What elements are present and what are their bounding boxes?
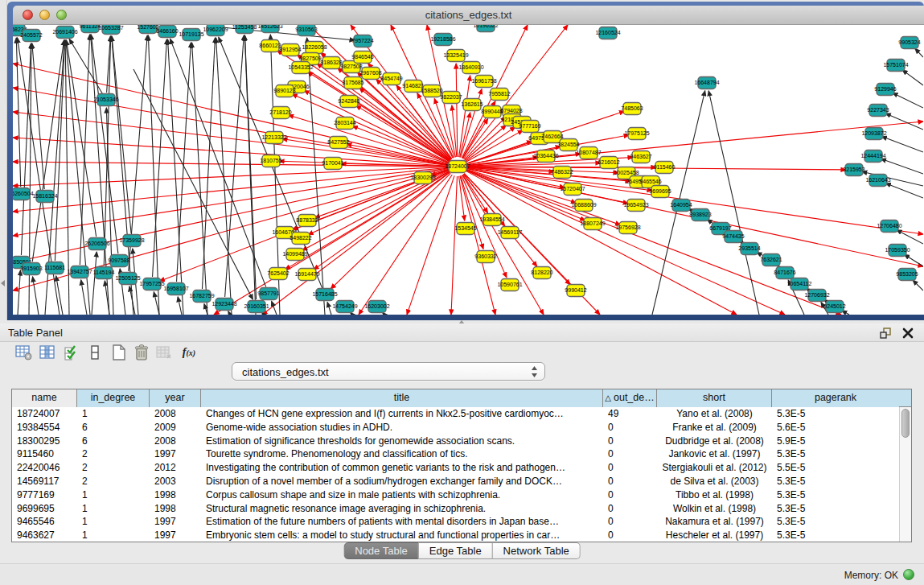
table-cell[interactable]: 0 [603, 421, 657, 435]
network-node[interactable]: 18807249 [580, 218, 605, 230]
column-header-title[interactable]: title [201, 389, 603, 407]
network-edge[interactable] [327, 303, 331, 315]
network-node[interactable]: 8471676 [774, 267, 795, 279]
column-header-in_degree[interactable]: in_degree [77, 389, 150, 407]
network-edge[interactable] [915, 48, 923, 57]
table-cell[interactable]: 1 [77, 407, 150, 421]
network-node[interactable]: 12093872 [861, 128, 886, 140]
network-node[interactable]: 8427552 [327, 137, 349, 149]
network-node[interactable]: 18300295 [410, 172, 435, 184]
network-node[interactable]: 12444194 [860, 150, 885, 163]
table-cell[interactable]: 5.5E-5 [772, 461, 899, 475]
column-header-year[interactable]: year [150, 389, 201, 407]
table-cell[interactable]: Stergiakouli et al. (2012) [657, 461, 772, 475]
network-node[interactable]: 8466160 [156, 26, 178, 38]
network-node[interactable]: 9890123 [273, 85, 295, 97]
network-edge[interactable] [13, 167, 448, 212]
network-edge[interactable] [460, 113, 470, 158]
table-cell[interactable]: de Silva et al. (2003) [657, 475, 772, 488]
table-cell[interactable]: 0 [603, 461, 657, 475]
table-cell[interactable]: 1 [77, 515, 150, 529]
network-node[interactable]: 1640954 [670, 200, 692, 212]
table-cell[interactable]: 6 [77, 421, 150, 435]
network-edge[interactable] [466, 171, 737, 315]
table-cell[interactable]: 0 [603, 447, 657, 461]
network-node[interactable]: 17957255 [139, 278, 164, 290]
network-node[interactable]: 14569117 [498, 227, 523, 239]
network-node[interactable]: 9242848 [338, 96, 359, 108]
network-node[interactable]: 1810755 [260, 155, 281, 167]
network-edge[interactable] [452, 105, 457, 157]
tab-node-table[interactable]: Node Table [343, 542, 419, 559]
table-cell[interactable]: 1998 [150, 488, 201, 502]
table-cell[interactable]: 14569117 [12, 475, 77, 488]
network-node[interactable]: 2405572 [20, 30, 42, 42]
network-node[interactable]: 9474435 [722, 231, 744, 243]
table-cell[interactable]: 0 [603, 529, 657, 542]
network-node[interactable]: 9310563 [295, 25, 317, 36]
network-edge[interactable] [32, 43, 44, 189]
tab-edge-table[interactable]: Edge Table [419, 542, 493, 559]
table-cell[interactable]: 9115460 [12, 447, 77, 461]
network-node[interactable]: 3824554 [557, 139, 579, 151]
new-table-button[interactable] [109, 342, 129, 363]
network-edge[interactable] [153, 39, 167, 277]
network-node[interactable]: 7486322 [551, 167, 573, 179]
table-cell[interactable]: Investigating the contribution of common… [201, 461, 603, 475]
network-node[interactable]: 1115681 [44, 262, 65, 274]
network-edge[interactable] [13, 88, 448, 165]
network-node[interactable]: 3915903 [20, 263, 42, 275]
network-edge[interactable] [885, 183, 923, 198]
network-node[interactable]: 19756928 [615, 222, 640, 234]
network-edge[interactable] [272, 301, 277, 315]
network-node[interactable]: 8186328 [320, 57, 342, 69]
table-cell[interactable]: 9699695 [12, 502, 77, 516]
table-cell[interactable]: 5.3E-5 [772, 447, 899, 461]
network-node[interactable]: 14754249 [332, 301, 357, 313]
network-edge[interactable] [18, 270, 20, 315]
network-edge[interactable] [262, 172, 450, 315]
network-node[interactable]: 10719135 [179, 29, 203, 41]
table-cell[interactable]: 5.3E-5 [772, 475, 899, 488]
network-node[interactable]: 8128220 [531, 267, 552, 279]
table-cell[interactable]: Jankovic et al. (1997) [657, 447, 772, 461]
network-edge[interactable] [456, 64, 458, 157]
network-node[interactable]: 8938923 [689, 209, 711, 221]
table-cell[interactable]: 5.3E-5 [772, 488, 899, 502]
network-graph[interactable]: 9758234240557220691406961132410653287152… [13, 25, 923, 315]
table-cell[interactable]: Nakamura et al. (1997) [657, 515, 772, 529]
network-edge[interactable] [881, 159, 923, 174]
network-node[interactable]: 12706480 [877, 220, 901, 233]
network-node[interactable]: 10543352 [288, 62, 313, 74]
network-node[interactable]: 9777169 [519, 121, 540, 133]
network-node[interactable]: 18640910 [458, 62, 483, 74]
network-node[interactable]: 9360332 [474, 251, 496, 263]
network-node[interactable]: 15720407 [560, 183, 585, 196]
column-header-name[interactable]: name [12, 389, 77, 407]
network-node[interactable]: 9170041 [322, 158, 343, 170]
network-node[interactable]: 9097588 [108, 255, 129, 267]
network-node[interactable]: 6216012 [598, 157, 619, 169]
network-edge[interactable] [913, 280, 923, 290]
tab-network-table[interactable]: Network Table [493, 542, 581, 559]
column-header-pagerank[interactable]: pagerank [772, 389, 899, 407]
table-cell[interactable]: 2012 [150, 461, 201, 475]
delete-table-button[interactable] [131, 342, 152, 363]
table-row[interactable]: 1456911722003Disruption of a novel membe… [12, 475, 899, 488]
network-node[interactable]: 20691406 [52, 27, 77, 39]
table-cell[interactable]: Wolkin et al. (1998) [657, 502, 772, 516]
network-node[interactable]: 14099489 [282, 249, 307, 261]
table-cell[interactable]: 2 [77, 475, 150, 488]
network-node[interactable]: 16958107 [163, 283, 188, 295]
network-edge[interactable] [467, 168, 923, 234]
float-window-icon[interactable] [879, 327, 892, 340]
table-cell[interactable]: 1 [77, 488, 150, 502]
network-node[interactable]: 15716485 [312, 289, 337, 301]
network-edge[interactable] [104, 36, 110, 266]
network-edge[interactable] [69, 39, 102, 94]
network-node[interactable]: 7485063 [621, 103, 643, 115]
network-node[interactable]: 9846546 [351, 51, 373, 64]
table-cell[interactable]: 49 [603, 407, 657, 421]
table-cell[interactable]: 0 [603, 435, 657, 448]
network-edge[interactable] [893, 93, 923, 108]
